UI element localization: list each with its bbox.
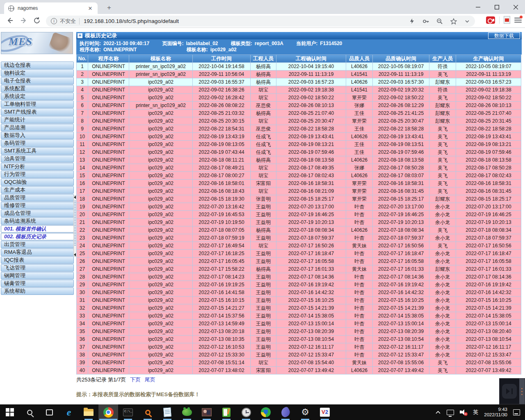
screen-recorder-extension-icon[interactable]	[486, 16, 495, 24]
template-name-link[interactable]: ipc029_a02	[129, 320, 193, 328]
sidebar-item[interactable]: 出货管理	[1, 241, 74, 248]
window-close-button[interactable]	[506, 0, 525, 14]
template-name-link[interactable]: ipc029_a02	[129, 195, 193, 203]
taskbar-settings-gear-icon[interactable]: ⚙	[295, 404, 315, 420]
sidebar-item[interactable]: 锡膏管理	[1, 280, 74, 287]
lightning-icon[interactable]	[409, 18, 415, 24]
taskbar-notepad-icon[interactable]	[158, 404, 177, 420]
recorder-play-icon[interactable]	[502, 384, 517, 399]
template-name-link[interactable]: ipc029_a02	[129, 367, 193, 374]
template-name-link[interactable]: ipc029_a02	[129, 351, 193, 359]
action-center-icon[interactable]	[513, 409, 520, 415]
template-name-link[interactable]: ipc029_a02	[129, 258, 193, 265]
ime-indicator[interactable]: 英	[473, 409, 478, 416]
tray-chevron-up-icon[interactable]	[435, 410, 441, 414]
sidebar-item[interactable]: 钢网管理	[1, 272, 74, 279]
taskbar-green-shield-icon[interactable]	[256, 404, 276, 420]
sidebar-item[interactable]: 系统设定	[1, 93, 74, 100]
sidebar-item[interactable]: 产能统计	[1, 116, 74, 123]
taskbar-clock[interactable]: 9:43 2022/11/30	[484, 407, 507, 418]
template-name-link[interactable]: ipc029_a02	[129, 297, 193, 304]
template-name-link[interactable]: ipc029_a02	[129, 336, 193, 343]
screen-recorder-widget[interactable]	[499, 378, 525, 404]
template-name-link[interactable]: ipc029_a02	[129, 343, 193, 351]
back-button[interactable]	[6, 16, 15, 25]
template-name-link[interactable]: ipc029_a02	[129, 211, 193, 219]
sidebar-item[interactable]: 飞达管理	[1, 264, 74, 272]
expand-icon[interactable]: +	[78, 33, 82, 38]
splitter-collapse-icon[interactable]	[74, 196, 76, 199]
sidebar-item[interactable]: 产品追溯	[1, 124, 74, 131]
taskbar-terminal-emulator-icon[interactable]	[197, 404, 217, 420]
sidebar-item[interactable]: 工单物料管理	[1, 100, 74, 108]
template-name-link[interactable]: ipc029_a02	[129, 133, 193, 141]
template-name-link[interactable]: ipc029_a02	[129, 148, 193, 156]
template-name-link[interactable]: ipc029_a02	[129, 289, 193, 297]
network-icon[interactable]	[447, 410, 454, 415]
template-name-link[interactable]: ipc029_a02	[129, 359, 193, 367]
taskbar-task-view-icon[interactable]	[39, 404, 59, 420]
template-name-link[interactable]: ipc029_a02	[129, 234, 193, 242]
template-name-link[interactable]: ipc029_a02	[129, 273, 193, 281]
next-page-link[interactable]: 下页	[130, 377, 141, 383]
taskbar-start-icon[interactable]	[0, 404, 20, 420]
browser-menu-icon[interactable]	[514, 16, 522, 24]
pdf-extension-icon[interactable]	[504, 16, 510, 24]
template-name-link[interactable]: ipc029_a02	[129, 141, 193, 148]
chevron-down-icon[interactable]	[464, 18, 470, 24]
template-name-link[interactable]: ipc029_a02	[129, 250, 193, 258]
taskbar-search-icon[interactable]	[20, 404, 39, 420]
bookmark-star-icon[interactable]	[450, 18, 457, 25]
taskbar-clock-icon[interactable]	[236, 404, 256, 420]
taskbar-notes-icon[interactable]	[217, 404, 236, 420]
template-name-link[interactable]: ipc029_a02	[129, 180, 193, 187]
sidebar-item[interactable]: RMA客退品	[1, 249, 74, 256]
window-minimize-button[interactable]	[468, 0, 487, 14]
page-info-icon[interactable]: i	[51, 18, 57, 24]
template-name-link[interactable]: printer_sn_ipc029_a02	[129, 63, 193, 71]
sidebar-item[interactable]: 维修管理	[1, 202, 74, 209]
template-name-link[interactable]: ipc029_a02	[129, 203, 193, 211]
sidebar-item[interactable]: 电子仓报表	[1, 77, 74, 84]
template-name-link[interactable]: ipc029_a02	[129, 117, 193, 125]
new-tab-button[interactable]: +	[104, 3, 114, 13]
template-name-link[interactable]: ipc029_a02	[129, 187, 193, 195]
sidebar-item[interactable]: 数据导入	[1, 132, 74, 139]
template-name-link[interactable]: ipc029_a02	[129, 156, 193, 164]
template-name-link[interactable]: ipc029_a02	[129, 110, 193, 117]
sidebar-item[interactable]: 系统帮助	[1, 288, 74, 295]
password-key-icon[interactable]	[422, 18, 429, 25]
recorder-grip-dots[interactable]	[519, 379, 525, 404]
splitter-collapse-icon[interactable]	[74, 253, 76, 256]
sidebar-subitem[interactable]: 001. 模板首件确认	[1, 225, 74, 233]
sidebar-item[interactable]: 线边仓报表	[1, 62, 74, 69]
sidebar-item[interactable]: 成品仓管理	[1, 210, 74, 217]
template-name-link[interactable]: ipc029_a02	[129, 219, 193, 226]
sidebar-item[interactable]: 治具管理	[1, 155, 74, 162]
template-name-link[interactable]: ipc029_a02	[129, 86, 193, 94]
template-name-link[interactable]: ipc029_a02	[129, 304, 193, 312]
forward-button[interactable]	[20, 16, 29, 25]
taskbar-ie-icon[interactable]: e	[59, 404, 79, 420]
url-text[interactable]: 192.168.100.18/sfc/S.php/nago/default	[84, 18, 409, 24]
sidebar-item[interactable]: IQC报表	[1, 256, 74, 264]
window-maximize-button[interactable]	[487, 0, 506, 14]
template-name-link[interactable]: ipc029_a02	[129, 78, 193, 86]
sidebar-item[interactable]: 系统配置	[1, 85, 74, 92]
taskbar-chrome-icon[interactable]	[98, 404, 118, 420]
address-bar[interactable]: i 不安全 192.168.100.18/sfc/S.php/nago/defa…	[46, 16, 475, 27]
tab-close-icon[interactable]: ✕	[87, 5, 94, 11]
security-label[interactable]: 不安全	[60, 18, 76, 25]
sidebar-item[interactable]: SMT产线报表	[1, 108, 74, 116]
sidebar-item[interactable]: 条码追溯系统	[1, 217, 74, 225]
taskbar-toad-icon[interactable]	[177, 404, 197, 420]
template-name-link[interactable]: ipc029_a02	[129, 328, 193, 336]
sidebar-item[interactable]: 品质管理	[1, 194, 74, 201]
template-name-link[interactable]: ipc029_a02	[129, 94, 193, 102]
sidebar-item[interactable]: NTF分析	[1, 163, 74, 170]
template-name-link[interactable]: ipc029_a02	[129, 312, 193, 320]
sidebar-item[interactable]: 行为管理	[1, 171, 74, 178]
template-name-link[interactable]: ipc029_a02	[129, 172, 193, 180]
sidebar-subitem[interactable]: 002. 模板历史记录	[1, 233, 74, 240]
splitter-thumb[interactable]	[74, 201, 76, 246]
